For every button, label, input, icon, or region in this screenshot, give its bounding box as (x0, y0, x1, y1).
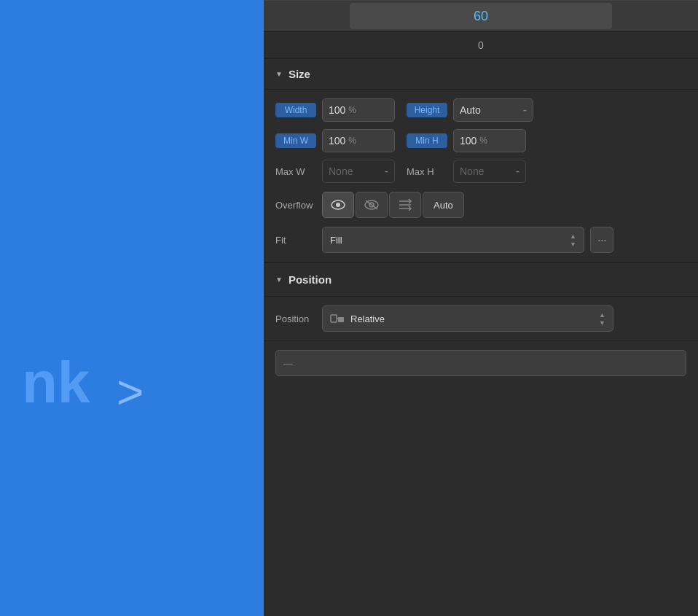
minw-value: 100 (329, 135, 345, 147)
width-group: Width 100 % (275, 98, 395, 122)
position-relative-icon (330, 312, 345, 325)
width-label[interactable]: Width (275, 103, 316, 117)
maxw-value-box[interactable]: None - (322, 160, 395, 183)
scroll-icon (398, 198, 412, 211)
svg-point-1 (336, 203, 340, 207)
position-label: Position (275, 313, 316, 324)
position-row: Position Relative ▲ ▼ (264, 297, 698, 340)
fit-arrows-icon: ▲ ▼ (570, 233, 576, 248)
maxw-label: Max W (275, 166, 316, 177)
maxh-value: None (460, 165, 484, 177)
fit-more-label: ··· (597, 233, 606, 248)
height-group: Height Auto - (407, 98, 533, 122)
minw-label[interactable]: Min W (275, 133, 316, 148)
bottom-row: — (275, 350, 686, 376)
zero-value: 0 (478, 39, 484, 51)
position-section-header[interactable]: ▼ Position (264, 262, 698, 297)
minh-unit: % (479, 136, 487, 146)
position-section-title: Position (289, 273, 332, 286)
top-value-inner: 60 (350, 3, 612, 29)
top-value-box: 60 (264, 0, 698, 32)
eye-slash-icon (364, 199, 380, 211)
fit-value: Fill (330, 235, 342, 246)
width-unit: % (348, 105, 356, 115)
height-label[interactable]: Height (407, 103, 447, 117)
size-section-header[interactable]: ▼ Size (264, 59, 698, 90)
properties-panel: 60 0 ▼ Size Width 100 % Height Auto (264, 0, 698, 616)
minh-value-box[interactable]: 100 % (453, 129, 526, 152)
overflow-auto-btn[interactable]: Auto (423, 192, 464, 218)
overflow-visible-btn[interactable] (322, 192, 354, 218)
maxh-group: Max H None - (407, 160, 526, 183)
fit-select[interactable]: Fill ▲ ▼ (322, 227, 584, 253)
minw-group: Min W 100 % (275, 129, 395, 152)
top-value: 60 (474, 9, 488, 24)
minh-value: 100 (460, 135, 477, 147)
width-height-row: Width 100 % Height Auto - (275, 98, 686, 122)
eye-icon (331, 200, 345, 210)
overflow-auto-label: Auto (434, 200, 453, 211)
height-value: Auto (460, 104, 481, 116)
maxw-value: None (329, 165, 353, 177)
fit-label: Fit (275, 235, 316, 246)
top-section: 60 0 (264, 0, 698, 58)
canvas-arrow: > (117, 365, 144, 419)
maxh-value-box[interactable]: None - (453, 160, 526, 183)
overflow-label: Overflow (275, 200, 316, 211)
minh-group: Min H 100 % (407, 129, 526, 152)
height-value-box[interactable]: Auto - (453, 98, 533, 122)
overflow-btn-group: Auto (322, 192, 464, 218)
svg-rect-8 (331, 315, 337, 322)
overflow-row: Overflow (275, 192, 686, 218)
maxw-maxh-row: Max W None - Max H None - (275, 160, 686, 183)
size-triangle-icon: ▼ (275, 70, 283, 78)
minw-unit: % (348, 136, 356, 146)
size-props-area: Width 100 % Height Auto - Min W 100 (264, 90, 698, 262)
minw-minh-row: Min W 100 % Min H 100 % (275, 129, 686, 152)
position-value: Relative (350, 313, 385, 324)
svg-rect-9 (338, 317, 344, 322)
zero-row: 0 (264, 32, 698, 58)
minw-value-box[interactable]: 100 % (322, 129, 395, 152)
height-dash: - (523, 104, 527, 117)
overflow-scroll-btn[interactable] (389, 192, 421, 218)
fit-more-btn[interactable]: ··· (590, 227, 613, 253)
position-triangle-icon: ▼ (275, 276, 283, 284)
bottom-input-value: — (283, 358, 293, 369)
maxw-dash: - (385, 165, 388, 178)
size-section-title: Size (289, 68, 310, 80)
position-arrows-icon: ▲ ▼ (599, 311, 605, 327)
maxw-group: Max W None - (275, 160, 395, 183)
bottom-input[interactable]: — (275, 350, 686, 376)
bottom-section: — (264, 340, 698, 616)
maxh-label: Max H (407, 166, 447, 177)
fit-row: Fit Fill ▲ ▼ ··· (275, 227, 686, 253)
canvas-area: nk > (0, 0, 264, 616)
width-value-box[interactable]: 100 % (322, 98, 395, 122)
width-value: 100 (329, 104, 345, 116)
minh-label[interactable]: Min H (407, 133, 447, 148)
overflow-hidden-btn[interactable] (356, 192, 388, 218)
position-select[interactable]: Relative ▲ ▼ (322, 305, 613, 332)
maxh-dash: - (516, 165, 519, 178)
canvas-text: nk (22, 354, 90, 412)
